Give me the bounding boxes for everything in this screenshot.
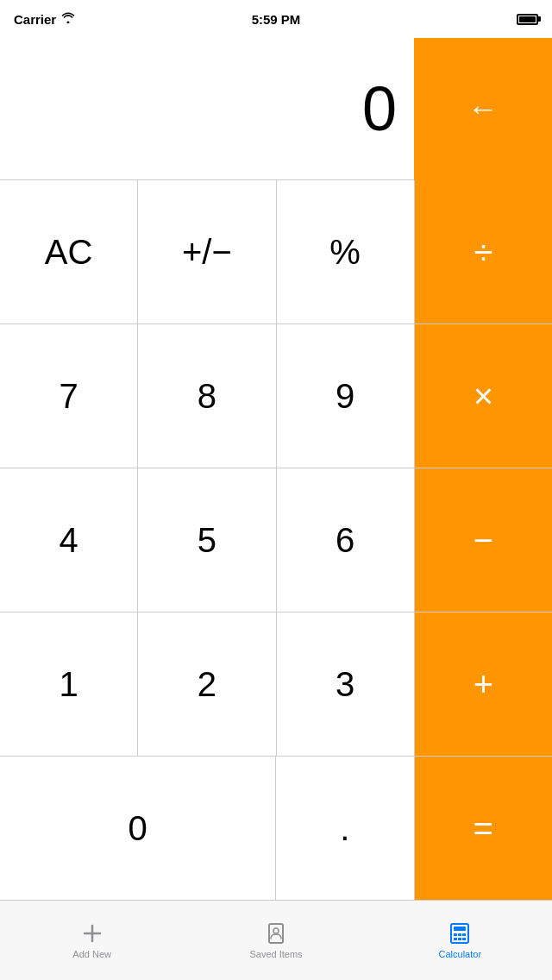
- four-button[interactable]: 4: [0, 468, 138, 612]
- carrier-label: Carrier: [14, 12, 56, 27]
- calc-row-4: 1 2 3 +: [0, 612, 552, 757]
- time-label: 5:59 PM: [252, 12, 301, 27]
- nine-button[interactable]: 9: [277, 324, 415, 468]
- svg-rect-8: [462, 933, 466, 936]
- eight-button[interactable]: 8: [138, 324, 276, 468]
- calculator-label: Calculator: [439, 949, 482, 959]
- subtract-button[interactable]: −: [415, 468, 552, 612]
- wifi-icon: [61, 12, 75, 26]
- saved-items-label: Saved Items: [249, 949, 302, 959]
- svg-rect-6: [454, 933, 457, 936]
- saved-items-icon: [264, 921, 288, 945]
- tab-saved-items[interactable]: Saved Items: [184, 921, 367, 959]
- clear-button[interactable]: AC: [0, 180, 138, 324]
- calculator-icon: [448, 921, 472, 945]
- divide-button[interactable]: ÷: [415, 180, 552, 324]
- multiply-button[interactable]: ×: [415, 324, 552, 468]
- svg-rect-9: [454, 938, 457, 940]
- display-area: 0 ←: [0, 38, 552, 180]
- svg-rect-11: [462, 938, 466, 940]
- three-button[interactable]: 3: [277, 612, 415, 756]
- calculator-grid: AC +/− % ÷ 7 8 9 × 4 5 6 − 1 2 3 + 0: [0, 180, 552, 900]
- five-button[interactable]: 5: [138, 468, 276, 612]
- calc-row-2: 7 8 9 ×: [0, 324, 552, 468]
- one-button[interactable]: 1: [0, 612, 138, 756]
- decimal-button[interactable]: .: [276, 757, 415, 900]
- backspace-button[interactable]: ←: [414, 38, 552, 180]
- six-button[interactable]: 6: [277, 468, 415, 612]
- svg-rect-5: [454, 927, 466, 931]
- add-new-icon: [80, 921, 104, 945]
- main-content: 0 ← AC +/− % ÷ 7 8 9 × 4 5 6 − 1: [0, 38, 552, 900]
- tab-bar: Add New Saved Items Calculator: [0, 900, 552, 980]
- add-new-label: Add New: [72, 949, 111, 959]
- percent-button[interactable]: %: [277, 180, 415, 324]
- battery-icon: [517, 14, 538, 25]
- backspace-icon: ←: [467, 91, 499, 127]
- svg-rect-7: [458, 933, 461, 936]
- tab-add-new[interactable]: Add New: [0, 921, 184, 959]
- tab-calculator[interactable]: Calculator: [368, 921, 552, 959]
- two-button[interactable]: 2: [138, 612, 276, 756]
- calc-row-5: 0 . =: [0, 757, 552, 900]
- negate-button[interactable]: +/−: [138, 180, 276, 324]
- add-button[interactable]: +: [415, 612, 552, 756]
- equals-button[interactable]: =: [415, 757, 553, 900]
- calc-row-1: AC +/− % ÷: [0, 180, 552, 324]
- svg-point-3: [273, 928, 279, 933]
- calc-row-3: 4 5 6 −: [0, 468, 552, 612]
- svg-rect-10: [458, 938, 461, 940]
- status-bar: Carrier 5:59 PM: [0, 0, 552, 38]
- seven-button[interactable]: 7: [0, 324, 138, 468]
- display-value: 0: [0, 73, 414, 144]
- zero-button[interactable]: 0: [0, 757, 276, 900]
